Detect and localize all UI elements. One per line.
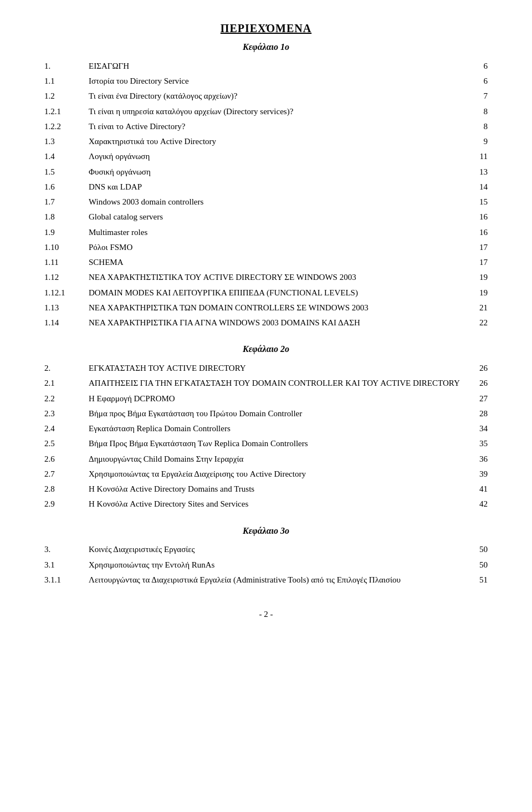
toc-page: 6 [466,74,488,89]
toc-row: 1.13ΝΕΑ ΧΑΡΑΚΤΗΡΙΣΤΙΚΑ ΤΩΝ DOMAIN CONTRO… [44,300,488,315]
toc-text: Φυσική οργάνωση [89,165,466,180]
toc-page: 8 [466,104,488,119]
toc-row: 1.2Τι είναι ένα Directory (κατάλογος αρχ… [44,89,488,104]
toc-text: Βήμα προς Βήμα Εγκατάσταση του Πρώτου Do… [89,406,466,421]
toc-row: 1.5Φυσική οργάνωση13 [44,165,488,180]
toc-number: 1.12 [44,270,89,285]
toc-text: ΝΕΑ ΧΑΡΑΚΤΗΡΙΣΤΙΚΑ ΤΩΝ DOMAIN CONTROLLER… [89,300,466,315]
toc-number: 2.8 [44,482,89,497]
toc-table: Κεφάλαιο 1ο1.ΕΙΣΑΓΩΓΗ61.1Ιστορία του Dir… [44,38,488,588]
toc-number: 2.9 [44,497,89,512]
toc-row: 2.7Χρησιμοποιώντας τα Εργαλεία Διαχείρισ… [44,467,488,482]
toc-text: Λογική οργάνωση [89,149,466,164]
toc-number: 3.1 [44,558,89,573]
toc-text: ΝΕΑ ΧΑΡΑΚΤΗΡΙΣΤΙΚΑ ΓΙΑ ΑΓΝΑ WINDOWS 2003… [89,315,466,330]
toc-number: 1.7 [44,195,89,210]
toc-page: 26 [466,361,488,376]
toc-row: 2.6Δημιουργώντας Child Domains Στην Ιερα… [44,452,488,467]
toc-text: DNS και LDAP [89,180,466,195]
toc-text: Λειτουργώντας τα Διαχειριστικά Εργαλεία … [89,573,466,588]
toc-page: 8 [466,119,488,134]
toc-text: Χαρακτηριστικά του Active Directory [89,134,466,149]
toc-text: Η Κονσόλα Active Directory Domains and T… [89,482,466,497]
toc-row: 1.14ΝΕΑ ΧΑΡΑΚΤΗΡΙΣΤΙΚΑ ΓΙΑ ΑΓΝΑ WINDOWS … [44,315,488,330]
toc-text: Global catalog servers [89,210,466,224]
toc-page: 6 [466,59,488,74]
toc-text: Χρησιμοποιώντας την Εντολή RunAs [89,558,466,573]
toc-text: Η Εφαρμογή DCPROMO [89,391,466,406]
toc-row: 3.Κοινές Διαχειριστικές Εργασίες50 [44,542,488,557]
toc-number: 2.4 [44,421,89,436]
toc-page: 27 [466,391,488,406]
toc-number: 2.2 [44,391,89,406]
toc-number: 1.2.2 [44,119,89,134]
toc-page: 15 [466,195,488,210]
toc-text: Βήμα Προς Βήμα Εγκατάσταση Των Replica D… [89,436,466,451]
toc-text: ΑΠΑΙΤΗΣΕΙΣ ΓΙΑ ΤΗΝ ΕΓΚΑΤΑΣΤΑΣΗ ΤΟΥ DOMAI… [89,376,466,391]
toc-row: 1.7Windows 2003 domain controllers15 [44,195,488,210]
toc-page: 13 [466,165,488,180]
toc-page: 16 [466,225,488,240]
toc-row: 1.12ΝΕΑ ΧΑΡΑΚΤΗΣΤΙΣΤΙΚΑ ΤΟΥ ACTIVE DIREC… [44,270,488,285]
toc-page: 41 [466,482,488,497]
toc-page: 19 [466,270,488,285]
toc-row: 1.10Ρόλοι FSMO17 [44,240,488,255]
toc-page: 22 [466,315,488,330]
toc-row: 2.9Η Κονσόλα Active Directory Sites and … [44,497,488,512]
toc-number: 1.2 [44,89,89,104]
toc-row: 2.5Βήμα Προς Βήμα Εγκατάσταση Των Replic… [44,436,488,451]
toc-row: 1.8Global catalog servers16 [44,210,488,224]
toc-text: Τι είναι το Active Directory? [89,119,466,134]
toc-row: 1.2.1Τι είναι η υπηρεσία καταλόγου αρχεί… [44,104,488,119]
toc-row: 2.8Η Κονσόλα Active Directory Domains an… [44,482,488,497]
toc-page: 39 [466,467,488,482]
toc-row: 3.1Χρησιμοποιώντας την Εντολή RunAs50 [44,558,488,573]
toc-number: 2.6 [44,452,89,467]
toc-number: 1.14 [44,315,89,330]
toc-text: SCHEMA [89,255,466,270]
toc-row: 1.6DNS και LDAP14 [44,180,488,195]
toc-page: 26 [466,376,488,391]
toc-page: 50 [466,558,488,573]
toc-row: 1.ΕΙΣΑΓΩΓΗ6 [44,59,488,74]
toc-number: 2. [44,361,89,376]
toc-row: 1.11SCHEMA17 [44,255,488,270]
toc-text: Δημιουργώντας Child Domains Στην Ιεραρχί… [89,452,466,467]
toc-number: 1.2.1 [44,104,89,119]
page-footer: - 2 - [44,610,488,619]
toc-text: DOMAIN MODES ΚΑΙ ΛΕΙΤΟΥΡΓΙΚΑ ΕΠΙΠΕΔΑ (FU… [89,285,466,300]
toc-number: 2.1 [44,376,89,391]
chapter-heading-3: Κεφάλαιο 3ο [44,512,488,543]
toc-number: 1.13 [44,300,89,315]
toc-text: Χρησιμοποιώντας τα Εργαλεία Διαχείρισης … [89,467,466,482]
toc-text: ΝΕΑ ΧΑΡΑΚΤΗΣΤΙΣΤΙΚΑ ΤΟΥ ACTIVE DIRECTORY… [89,270,466,285]
toc-number: 2.7 [44,467,89,482]
toc-page: 21 [466,300,488,315]
toc-text: ΕΙΣΑΓΩΓΗ [89,59,466,74]
toc-page: 16 [466,210,488,224]
toc-number: 1.8 [44,210,89,224]
toc-row: 1.1Ιστορία του Directory Service6 [44,74,488,89]
toc-page: 14 [466,180,488,195]
toc-row: 3.1.1Λειτουργώντας τα Διαχειριστικά Εργα… [44,573,488,588]
toc-page: 17 [466,255,488,270]
toc-number: 1.6 [44,180,89,195]
toc-page: 11 [466,149,488,164]
toc-number: 1.1 [44,74,89,89]
toc-page: 34 [466,421,488,436]
toc-page: 50 [466,542,488,557]
toc-text: Windows 2003 domain controllers [89,195,466,210]
toc-text: Κοινές Διαχειριστικές Εργασίες [89,542,466,557]
toc-text: Τι είναι η υπηρεσία καταλόγου αρχείων (D… [89,104,466,119]
toc-text: Ρόλοι FSMO [89,240,466,255]
toc-page: 9 [466,134,488,149]
toc-page: 51 [466,573,488,588]
toc-page: 36 [466,452,488,467]
toc-page: 7 [466,89,488,104]
toc-row: 2.2Η Εφαρμογή DCPROMO27 [44,391,488,406]
toc-page: 35 [466,436,488,451]
toc-number: 1.5 [44,165,89,180]
toc-number: 1.3 [44,134,89,149]
toc-number: 3.1.1 [44,573,89,588]
toc-number: 1.4 [44,149,89,164]
